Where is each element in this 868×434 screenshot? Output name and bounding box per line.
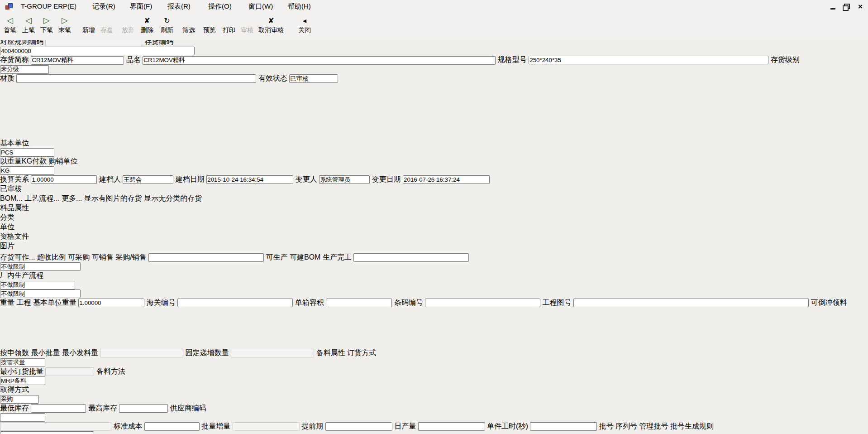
supplier-group	[0, 413, 868, 422]
restriction-1-input[interactable]	[0, 262, 81, 271]
std-cost-input[interactable]	[144, 422, 200, 431]
batch-rule-input[interactable]	[0, 431, 94, 434]
first-record-icon: ◁	[7, 15, 13, 26]
material-input[interactable]	[16, 74, 256, 83]
creator-input	[123, 175, 173, 184]
last-record-button[interactable]: ▷末笔	[55, 15, 74, 34]
item-name-input[interactable]	[143, 56, 496, 65]
conversion-input[interactable]	[31, 175, 97, 184]
base-weight-label: 基本单位重量	[33, 299, 76, 306]
daily-output-input[interactable]	[418, 422, 485, 431]
create-date-label: 建档日期	[176, 175, 205, 183]
preview-button[interactable]: 预览	[200, 15, 219, 34]
base-weight-input[interactable]	[78, 299, 144, 307]
close-button[interactable]: ◂关闭	[295, 15, 314, 34]
batch-rule-group	[0, 431, 868, 434]
refresh-button[interactable]: ↻刷新	[157, 15, 176, 34]
prev-record-button[interactable]: ◁上笔	[19, 15, 38, 34]
over-purchase-input[interactable]	[148, 253, 264, 262]
trade-unit-input[interactable]	[0, 166, 54, 175]
acquire-input[interactable]	[0, 395, 39, 404]
approved-stamp: 已审核	[0, 184, 868, 194]
barcode-input[interactable]	[425, 299, 540, 307]
cancel-audit-button[interactable]: ✘取消审核	[254, 15, 288, 34]
spec-input[interactable]	[529, 56, 768, 64]
menu-interface[interactable]: 界面(F)	[130, 2, 152, 11]
min-issue-label: 最小发料量	[62, 349, 98, 357]
next-record-icon: ▷	[43, 15, 50, 26]
delete-button[interactable]: ✘删除	[138, 15, 157, 34]
min-stock-input[interactable]	[31, 404, 86, 413]
last-record-icon: ▷	[62, 15, 68, 26]
fixed-increment-input	[231, 349, 314, 357]
drawing-input[interactable]	[573, 299, 809, 307]
add-button[interactable]: 新增	[79, 15, 98, 34]
std-cost-label: 标准成本	[113, 422, 142, 430]
purchasable-label: 可采购	[68, 253, 90, 261]
order-mode-label: 订货方式	[347, 349, 376, 357]
box-volume-input[interactable]	[326, 299, 392, 307]
lead-time-input[interactable]	[325, 422, 392, 431]
bom-link[interactable]: BOM...	[0, 194, 23, 202]
max-stock-label: 最高库存	[88, 404, 117, 412]
subtab-item-properties[interactable]: 料品属性	[0, 203, 44, 213]
subtab-unit[interactable]: 单位	[0, 222, 24, 232]
subtab-qualification[interactable]: 资格文件	[0, 232, 40, 241]
unit-hours-input[interactable]	[530, 422, 597, 431]
acquire-group	[0, 395, 868, 404]
erp-window: T-GROUP ERP(E) 记录(R) 界面(F) 报表(R) 操作(O) 窗…	[0, 0, 868, 434]
level-label: 存货级别	[771, 56, 800, 63]
max-stock-input[interactable]	[119, 404, 168, 413]
restriction-2-group	[0, 289, 868, 299]
more-link[interactable]: 更多...	[62, 194, 82, 202]
modify-date-input	[403, 175, 490, 184]
filter-button[interactable]: 筛选	[179, 15, 198, 34]
menu-help[interactable]: 帮助(H)	[288, 2, 311, 11]
modifier-label: 变更人	[296, 175, 317, 183]
level-input[interactable]	[0, 65, 49, 74]
menu-window[interactable]: 窗口(W)	[248, 2, 273, 11]
factory-flow-input[interactable]	[0, 281, 75, 289]
over-production-input[interactable]	[353, 253, 469, 262]
show-items-with-images-link[interactable]: 显示有图片的存货	[84, 194, 142, 202]
material-label: 材质	[0, 74, 14, 82]
next-record-button[interactable]: ▷下笔	[37, 15, 56, 34]
exit-door-icon: ◂	[303, 15, 306, 26]
status-input	[289, 74, 338, 83]
supplier-input[interactable]	[0, 413, 45, 422]
menu-record[interactable]: 记录(R)	[92, 2, 115, 11]
show-unclassified-items-link[interactable]: 显示无分类的存货	[144, 194, 202, 202]
close-window-icon[interactable]: ×	[857, 4, 864, 10]
order-mode-input[interactable]	[0, 358, 45, 367]
customs-input[interactable]	[177, 299, 293, 307]
process-flow-link[interactable]: 工艺流程...	[24, 194, 59, 202]
item-name-label: 品名	[126, 56, 141, 63]
delete-x-icon: ✘	[144, 15, 150, 26]
minimize-icon[interactable]	[830, 4, 837, 10]
box-volume-label: 单箱容积	[295, 299, 324, 306]
producible-label: 可生产	[266, 253, 288, 261]
restore-icon[interactable]	[842, 4, 849, 10]
min-stock-label: 最低库存	[0, 404, 29, 412]
menu-report[interactable]: 报表(R)	[167, 2, 191, 11]
menu-bar: T-GROUP ERP(E) 记录(R) 界面(F) 报表(R) 操作(O) 窗…	[0, 0, 868, 14]
supplier-label: 供应商编码	[170, 404, 206, 412]
item-short-input[interactable]	[31, 56, 124, 65]
conversion-label: 换算关系	[0, 175, 29, 183]
section-usable: 存货可作...	[0, 253, 35, 261]
prep-method-input[interactable]	[0, 376, 45, 385]
subtab-image[interactable]: 图片	[0, 241, 24, 251]
manage-batch-label: 管理批号	[639, 422, 668, 430]
menu-app[interactable]: T-GROUP ERP(E)	[21, 2, 76, 10]
subtab-category[interactable]: 分类	[0, 213, 24, 222]
menu-operation[interactable]: 操作(O)	[208, 2, 232, 11]
pay-by-kg-label: 以重量KG付款	[0, 157, 47, 165]
restriction-2-input[interactable]	[0, 289, 81, 298]
supplier-name-input	[0, 422, 111, 431]
prep-method-label: 备料方法	[96, 367, 125, 375]
issue-mode-box	[0, 308, 93, 348]
first-record-button[interactable]: ◁首笔	[0, 15, 19, 34]
base-unit-input[interactable]	[0, 148, 54, 157]
item-code-input[interactable]	[0, 47, 195, 55]
print-button[interactable]: 打印	[219, 15, 238, 34]
